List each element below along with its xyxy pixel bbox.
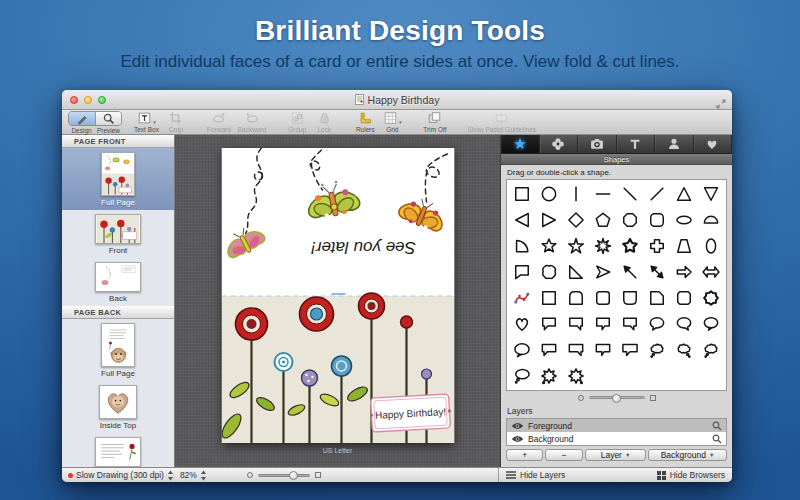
sidebar-item-back[interactable]: Back <box>62 258 174 306</box>
shape-oval-wide[interactable] <box>671 207 698 233</box>
rulers-button[interactable]: Rulers <box>355 111 375 133</box>
shape-bubble-rect-left[interactable] <box>535 337 562 363</box>
shape-bubble-square-left[interactable] <box>535 311 562 337</box>
shape-bubble-rect-wide[interactable] <box>617 337 644 363</box>
page-thumbnail-card-front[interactable] <box>95 214 141 244</box>
shape-heart[interactable] <box>508 311 535 337</box>
shape-burst-bubble-2[interactable] <box>562 363 589 389</box>
mode-preview-button[interactable] <box>95 112 121 125</box>
hide-layers-button[interactable]: Hide Layers <box>520 470 565 480</box>
shape-star[interactable] <box>535 233 562 259</box>
inspector-tab-favorites[interactable] <box>694 135 733 153</box>
shape-cross[interactable] <box>644 233 671 259</box>
page-thumbnail-inside-top[interactable] <box>99 385 137 419</box>
render-mode-label[interactable]: Slow Drawing (300 dpi) <box>76 470 164 480</box>
shape-square[interactable] <box>508 181 535 207</box>
minimize-button[interactable] <box>84 96 92 104</box>
layer-visibility-eye-icon[interactable] <box>511 435 524 443</box>
shape-square-round-top[interactable] <box>562 285 589 311</box>
trim-off-button[interactable]: Trim Off <box>423 111 446 133</box>
hide-browsers-button[interactable]: Hide Browsers <box>670 470 725 480</box>
close-button[interactable] <box>70 96 78 104</box>
shape-bubble-round-tail[interactable] <box>698 311 725 337</box>
shape-triangle-right[interactable] <box>535 207 562 233</box>
inspector-tab-photos[interactable] <box>578 135 617 153</box>
layer-search-icon[interactable] <box>712 421 722 431</box>
shape-arrow-diagonal-double[interactable] <box>644 259 671 285</box>
shape-banner[interactable] <box>508 259 535 285</box>
mode-design-button[interactable] <box>69 112 95 125</box>
sidebar-item-full-page[interactable]: Full Page <box>62 319 174 381</box>
slider-thumb[interactable] <box>612 394 621 403</box>
background-dropdown[interactable]: Background▼ <box>648 449 727 461</box>
canvas-zoom-slider[interactable] <box>247 472 321 478</box>
shape-trapezoid[interactable] <box>671 233 698 259</box>
shape-bubble-rect-right[interactable] <box>562 337 589 363</box>
remove-layer-button[interactable]: − <box>545 449 582 461</box>
zoom-out-icon[interactable] <box>247 472 253 478</box>
shape-burst-bubble[interactable] <box>535 363 562 389</box>
sidebar-item-full-page[interactable]: Full Page <box>62 148 174 210</box>
zoom-slider-thumb[interactable] <box>289 471 298 480</box>
shape-arrow-up-left[interactable] <box>617 259 644 285</box>
shape-arrow-left-right[interactable] <box>698 259 725 285</box>
inspector-tab-star[interactable] <box>501 135 540 153</box>
shape-cloud-thought[interactable] <box>644 337 671 363</box>
shape-blob[interactable] <box>535 259 562 285</box>
shape-rounded-square[interactable] <box>644 207 671 233</box>
shape-star-rounded[interactable] <box>617 233 644 259</box>
shape-bubble-rect-mid[interactable] <box>589 337 616 363</box>
window-titlebar[interactable]: Happy Birthday <box>62 90 732 110</box>
layer-dropdown[interactable]: Layer▼ <box>585 449 646 461</box>
shape-square-cut-corner[interactable] <box>644 285 671 311</box>
grid-button[interactable]: ▾Grid <box>382 111 402 133</box>
shape-square-cut-corners[interactable] <box>671 285 698 311</box>
shape-circle[interactable] <box>535 181 562 207</box>
render-mode-stepper[interactable] <box>167 470 174 481</box>
shape-line-vertical[interactable] <box>562 181 589 207</box>
shape-right-triangle[interactable] <box>562 259 589 285</box>
inspector-tab-text[interactable] <box>617 135 656 153</box>
inspector-tab-shapes[interactable] <box>540 135 579 153</box>
birthday-label[interactable]: Happy Birthday! <box>369 394 452 432</box>
design-canvas[interactable]: See you later! <box>175 135 500 467</box>
layer-visibility-eye-icon[interactable] <box>511 422 524 430</box>
shape-arrow-right[interactable] <box>671 259 698 285</box>
shape-scallop-circle[interactable] <box>698 285 725 311</box>
inspector-tab-people[interactable] <box>655 135 694 153</box>
add-layer-button[interactable]: + <box>506 449 543 461</box>
shape-semicircle[interactable] <box>698 207 725 233</box>
card-text-see-you-later[interactable]: See you later! <box>310 238 415 257</box>
shape-bubble-round-right[interactable] <box>671 311 698 337</box>
shape-burst-8[interactable] <box>589 233 616 259</box>
shape-square-2[interactable] <box>535 285 562 311</box>
shape-bezier-curve[interactable] <box>508 285 535 311</box>
shape-quarter-circle[interactable] <box>508 233 535 259</box>
shape-line-diagonal-up[interactable] <box>644 181 671 207</box>
sidebar-item-inside-bottom[interactable]: Inside Bottom <box>62 433 174 467</box>
shape-bubble-oval[interactable] <box>508 337 535 363</box>
shape-bubble-square-tail[interactable] <box>617 311 644 337</box>
text-box-button[interactable]: ▾Text Box <box>134 111 159 133</box>
page-thumbnail-inside-bottom[interactable] <box>95 437 141 467</box>
zoom-level-label[interactable]: 82% <box>180 470 197 480</box>
fullscreen-icon[interactable] <box>716 95 726 105</box>
shape-line-horizontal[interactable] <box>589 181 616 207</box>
shape-square-round-all[interactable] <box>589 285 616 311</box>
shape-bubble-square-mid[interactable] <box>589 311 616 337</box>
sidebar-item-front[interactable]: Front <box>62 210 174 258</box>
shape-arrowhead[interactable] <box>589 259 616 285</box>
layer-row-foreground[interactable]: Foreground <box>507 419 726 432</box>
shape-line-diagonal-down[interactable] <box>617 181 644 207</box>
shape-size-slider[interactable] <box>501 391 732 404</box>
shape-cloud-thought-3[interactable] <box>698 337 725 363</box>
layer-row-background[interactable]: Background <box>507 432 726 445</box>
shape-bubble-square-right[interactable] <box>562 311 589 337</box>
zoom-in-icon[interactable] <box>315 472 321 478</box>
shape-bubble-oval-thought[interactable] <box>508 363 535 389</box>
shape-bubble-round-left[interactable] <box>644 311 671 337</box>
shape-pentagon[interactable] <box>589 207 616 233</box>
layer-search-icon[interactable] <box>712 434 722 444</box>
zoom-level-stepper[interactable] <box>200 470 207 481</box>
zoom-button[interactable] <box>98 96 106 104</box>
